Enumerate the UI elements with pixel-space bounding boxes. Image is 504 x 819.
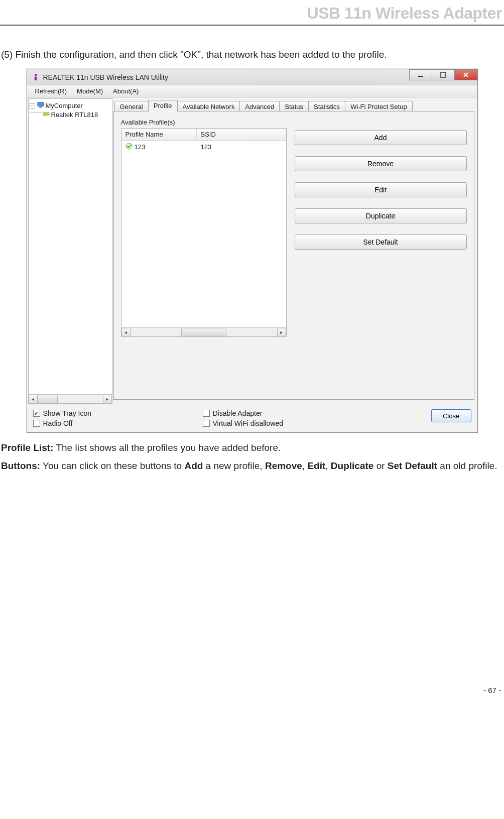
remove-button[interactable]: Remove bbox=[295, 156, 467, 171]
checkbox-icon bbox=[203, 410, 210, 417]
checkbox-label: Show Tray Icon bbox=[43, 409, 92, 417]
profile-list-description: Profile List: The list shows all the pro… bbox=[0, 439, 504, 457]
tree-root-row[interactable]: − MyComputer bbox=[30, 101, 111, 110]
set-default-button[interactable]: Set Default bbox=[295, 235, 467, 250]
profile-list-scrollbar[interactable]: ◂ ▸ bbox=[121, 327, 286, 336]
tree-horizontal-scrollbar[interactable]: ◂ ▸ bbox=[29, 394, 112, 403]
tree-child-label: Realtek RTL818 bbox=[51, 111, 98, 119]
svg-point-7 bbox=[125, 143, 132, 149]
computer-icon bbox=[37, 101, 44, 110]
scroll-left-icon[interactable]: ◂ bbox=[121, 328, 131, 337]
tab-general[interactable]: General bbox=[114, 101, 149, 112]
available-profiles-label: Available Profile(s) bbox=[121, 119, 467, 126]
client-area: − MyComputer Realtek RTL818 ◂ bbox=[27, 97, 477, 405]
svg-rect-1 bbox=[34, 76, 37, 80]
checkbox-label: Virtual WiFi disallowed bbox=[213, 419, 284, 427]
scroll-right-icon[interactable]: ▸ bbox=[277, 328, 286, 337]
profile-row-name: 123 bbox=[135, 143, 146, 151]
add-button[interactable]: Add bbox=[295, 130, 467, 145]
bottom-bar: ✔ Show Tray Icon Radio Off Disable Adapt… bbox=[27, 405, 477, 432]
profile-status-icon bbox=[125, 143, 133, 151]
buttons-label: Buttons: bbox=[1, 460, 40, 471]
checkbox-show-tray-icon[interactable]: ✔ Show Tray Icon bbox=[33, 409, 203, 417]
tab-available-network[interactable]: Available Network bbox=[177, 101, 240, 112]
menubar: Refresh(R) Mode(M) About(A) bbox=[27, 85, 477, 97]
main-pane: General Profile Available Network Advanc… bbox=[113, 97, 477, 405]
column-ssid[interactable]: SSID bbox=[197, 129, 286, 140]
profile-tab-panel: Available Profile(s) Profile Name SSID bbox=[113, 111, 474, 400]
svg-rect-6 bbox=[43, 112, 49, 115]
scroll-left-icon[interactable]: ◂ bbox=[29, 395, 38, 404]
app-window: REALTEK 11n USB Wireless LAN Utility Ref… bbox=[27, 69, 478, 433]
tree-root-label: MyComputer bbox=[46, 102, 83, 109]
scroll-thumb[interactable] bbox=[38, 395, 58, 404]
svg-rect-3 bbox=[441, 72, 446, 77]
tab-strip: General Profile Available Network Advanc… bbox=[113, 99, 474, 111]
checkbox-icon bbox=[203, 420, 210, 427]
page-number: - 67 - bbox=[0, 686, 504, 696]
tree-branch-line bbox=[30, 112, 42, 113]
checkbox-label: Disable Adapter bbox=[213, 409, 263, 417]
minimize-button[interactable] bbox=[409, 69, 432, 80]
tree-child-row[interactable]: Realtek RTL818 bbox=[30, 110, 111, 119]
duplicate-button[interactable]: Duplicate bbox=[295, 208, 467, 223]
checkbox-icon: ✔ bbox=[33, 410, 40, 417]
svg-point-0 bbox=[34, 74, 37, 76]
profile-action-buttons: Add Remove Edit Duplicate Set Default bbox=[295, 128, 467, 337]
svg-rect-4 bbox=[37, 102, 43, 106]
step-5-text: (5) Finish the configuration, and then c… bbox=[0, 46, 504, 64]
window-controls bbox=[410, 69, 477, 80]
scroll-track[interactable] bbox=[38, 395, 103, 404]
app-icon bbox=[31, 73, 40, 82]
titlebar: REALTEK 11n USB Wireless LAN Utility bbox=[27, 69, 477, 85]
tab-statistics[interactable]: Statistics bbox=[308, 101, 345, 112]
window-title: REALTEK 11n USB Wireless LAN Utility bbox=[43, 73, 168, 81]
menu-mode[interactable]: Mode(M) bbox=[72, 86, 108, 96]
device-tree-pane: − MyComputer Realtek RTL818 ◂ bbox=[28, 98, 112, 404]
close-window-button[interactable] bbox=[454, 69, 477, 80]
svg-rect-2 bbox=[418, 76, 423, 77]
tab-status[interactable]: Status bbox=[279, 101, 309, 112]
profile-list-header: Profile Name SSID bbox=[121, 129, 286, 141]
checkbox-icon bbox=[33, 420, 40, 427]
tab-profile[interactable]: Profile bbox=[148, 100, 178, 112]
profile-row-ssid: 123 bbox=[197, 142, 286, 152]
checkbox-disable-adapter[interactable]: Disable Adapter bbox=[203, 409, 353, 417]
profile-list-row[interactable]: 123 123 bbox=[121, 141, 286, 153]
scroll-right-icon[interactable]: ▸ bbox=[103, 395, 112, 404]
menu-refresh[interactable]: Refresh(R) bbox=[30, 86, 72, 96]
checkbox-label: Radio Off bbox=[43, 419, 73, 427]
tab-wps[interactable]: Wi-Fi Protect Setup bbox=[345, 101, 413, 112]
checkbox-radio-off[interactable]: Radio Off bbox=[33, 419, 203, 427]
nic-icon bbox=[43, 110, 50, 119]
buttons-description: Buttons: You can click on these buttons … bbox=[0, 457, 504, 475]
column-profile-name[interactable]: Profile Name bbox=[121, 129, 197, 140]
edit-button[interactable]: Edit bbox=[295, 182, 467, 197]
profile-list-label: Profile List: bbox=[1, 442, 54, 453]
tab-advanced[interactable]: Advanced bbox=[239, 101, 280, 112]
svg-rect-5 bbox=[39, 106, 42, 107]
maximize-button[interactable] bbox=[432, 69, 455, 80]
menu-about[interactable]: About(A) bbox=[108, 86, 144, 96]
checkbox-virtual-wifi-disallowed[interactable]: Virtual WiFi disallowed bbox=[203, 419, 353, 427]
scroll-track[interactable] bbox=[131, 328, 277, 337]
document-header: USB 11n Wireless Adapter bbox=[0, 0, 504, 26]
tree-collapse-icon[interactable]: − bbox=[30, 103, 35, 108]
profile-list[interactable]: Profile Name SSID 123 123 bbox=[121, 128, 287, 337]
close-button[interactable]: Close bbox=[431, 409, 471, 422]
scroll-thumb[interactable] bbox=[181, 328, 226, 337]
